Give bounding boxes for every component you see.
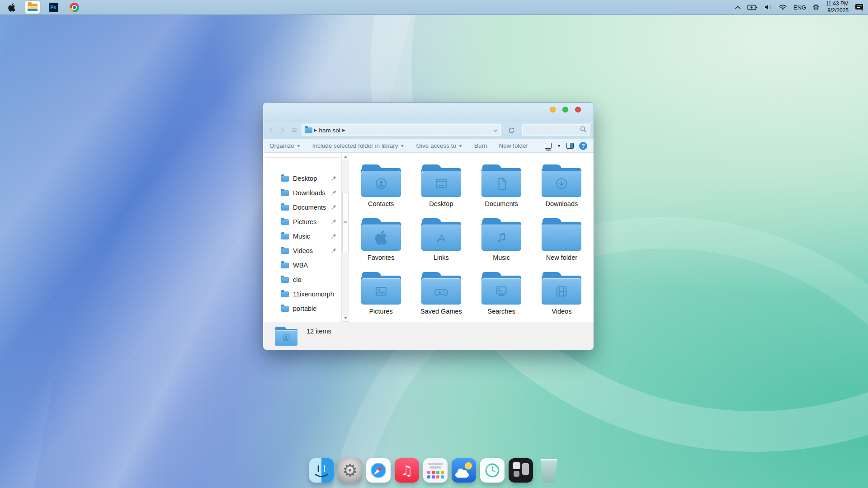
folder-item-links[interactable]: Links: [411, 218, 471, 269]
folder-icon: [281, 190, 289, 196]
folder-icon: [281, 277, 289, 283]
apple-menu-button[interactable]: [5, 1, 19, 14]
folder-item-videos[interactable]: Videos: [532, 272, 592, 323]
item-count: 12 items: [307, 328, 331, 350]
folder-item-desktop[interactable]: Desktop: [411, 164, 471, 216]
search-icon[interactable]: [580, 126, 586, 134]
close-button[interactable]: [575, 107, 581, 113]
sidebar-scrollbar[interactable]: [341, 153, 349, 322]
sidebar-item-desktop[interactable]: Desktop: [263, 171, 341, 186]
navigation-bar: ▶ ham sol ▶: [263, 122, 594, 139]
address-dropdown-icon[interactable]: [493, 126, 498, 134]
scrollbar-track[interactable]: [342, 160, 349, 314]
folder-item-favorites[interactable]: Favorites: [351, 218, 411, 269]
time-machine-dock-icon[interactable]: [480, 458, 505, 483]
refresh-button[interactable]: [507, 126, 516, 135]
sidebar-item-downloads[interactable]: Downloads: [263, 186, 341, 200]
address-bar[interactable]: ▶ ham sol ▶: [302, 124, 501, 136]
photo-glyph-icon: [371, 282, 391, 301]
wifi-icon[interactable]: [778, 4, 787, 10]
organize-menu-button[interactable]: Organize▼: [269, 142, 301, 149]
contacts-glyph-icon: [371, 174, 391, 194]
pin-icon: [331, 189, 337, 197]
sidebar-item-pictures[interactable]: Pictures: [263, 215, 341, 229]
widgets-dock-icon[interactable]: [509, 458, 533, 483]
traffic-lights: [550, 107, 581, 113]
view-dropdown-icon[interactable]: ▼: [557, 144, 561, 148]
back-button[interactable]: [267, 126, 276, 135]
scrollbar-thumb[interactable]: [342, 192, 349, 253]
folder-item-contacts[interactable]: Contacts: [351, 164, 411, 216]
folder-item-pictures[interactable]: Pictures: [351, 272, 411, 323]
battery-icon[interactable]: [747, 5, 758, 10]
weather-dock-icon[interactable]: [452, 458, 476, 483]
folder-item-documents[interactable]: Documents: [472, 164, 532, 216]
app-grid-icon: [427, 471, 444, 479]
folder-item-saved-games[interactable]: Saved Games: [411, 272, 471, 323]
music-dock-icon[interactable]: ♫: [395, 458, 419, 483]
sidebar-item-portable[interactable]: portable: [263, 301, 341, 316]
preview-pane-button[interactable]: [566, 143, 574, 149]
safari-dock-icon[interactable]: [366, 458, 391, 483]
volume-icon[interactable]: [764, 4, 772, 10]
include-in-library-menu-button[interactable]: Include selected folder in library▼: [312, 142, 405, 149]
language-indicator[interactable]: ENG: [793, 4, 806, 11]
notifications-icon[interactable]: [855, 4, 863, 11]
breadcrumb-arrow-icon[interactable]: ▶: [342, 128, 345, 132]
folder-item-searches[interactable]: Searches: [472, 272, 532, 323]
apple-logo-icon: [8, 3, 16, 12]
minimize-button[interactable]: [550, 107, 556, 113]
folder-item-new-folder[interactable]: New folder: [532, 218, 592, 269]
breadcrumb-path[interactable]: ham sol: [319, 127, 340, 134]
window-titlebar[interactable]: [263, 103, 594, 122]
recent-locations-icon[interactable]: [290, 126, 299, 135]
help-button[interactable]: ?: [579, 142, 587, 150]
give-access-menu-button[interactable]: Give access to▼: [416, 142, 462, 149]
taskbar-chrome-button[interactable]: [67, 1, 81, 14]
folder-icon: [281, 263, 289, 268]
taskbar: Ps ENG ⚙ 11:43 PM 9/2/2025: [0, 0, 868, 15]
dropdown-arrow-icon: ▼: [297, 144, 301, 148]
system-preferences-dock-icon[interactable]: ⚙: [338, 458, 362, 483]
folder-icon: [281, 219, 289, 225]
folder-icon: [281, 248, 289, 254]
file-explorer-window: ▶ ham sol ▶ Organize▼ Include selected f…: [263, 103, 594, 350]
dropdown-arrow-icon: ▼: [458, 144, 462, 148]
scroll-down-button[interactable]: [342, 314, 349, 322]
scroll-up-button[interactable]: [342, 153, 349, 160]
search-input[interactable]: [526, 127, 580, 134]
tray-settings-gear-icon[interactable]: ⚙: [812, 4, 819, 11]
desktop-window-glyph-icon: [431, 174, 451, 194]
address-folder-icon: [305, 127, 312, 133]
launchpad-dock-icon[interactable]: [423, 458, 448, 483]
sun-icon: [465, 462, 472, 469]
tray-clock[interactable]: 11:43 PM 9/2/2025: [826, 0, 849, 14]
tray-date: 9/2/2025: [826, 7, 849, 14]
change-view-button[interactable]: [545, 143, 552, 149]
sidebar-item-clo[interactable]: clo: [263, 272, 341, 287]
sidebar-item-music[interactable]: Music: [263, 229, 341, 244]
finder-dock-icon[interactable]: [309, 458, 334, 483]
folder-icon: [281, 205, 289, 211]
gear-icon: ⚙: [342, 462, 358, 479]
sidebar-item-videos[interactable]: Videos: [263, 244, 341, 258]
download-glyph-icon: [552, 174, 571, 194]
trash-dock-icon[interactable]: [539, 459, 559, 483]
sidebar-item-11ixenomorph[interactable]: 11ixenomorph: [263, 287, 341, 301]
taskbar-file-explorer-button[interactable]: [25, 1, 40, 14]
folder-item-music[interactable]: Music: [472, 218, 532, 269]
tray-time: 11:43 PM: [826, 0, 849, 7]
sidebar-item-wba[interactable]: WBA: [263, 258, 341, 272]
taskbar-photoshop-button[interactable]: Ps: [46, 1, 61, 14]
folder-item-downloads[interactable]: Downloads: [532, 164, 592, 216]
folder-icon: [281, 234, 289, 239]
burn-button[interactable]: Burn: [474, 142, 487, 149]
new-folder-button[interactable]: New folder: [499, 142, 528, 149]
sidebar-item-documents[interactable]: Documents: [263, 200, 341, 215]
breadcrumb-arrow-icon[interactable]: ▶: [314, 128, 317, 132]
command-toolbar: Organize▼ Include selected folder in lib…: [263, 139, 594, 153]
tray-chevron-up-icon[interactable]: [735, 5, 741, 9]
sidebar-divider: [265, 157, 340, 158]
forward-button[interactable]: [278, 126, 288, 135]
zoom-button[interactable]: [562, 107, 568, 113]
